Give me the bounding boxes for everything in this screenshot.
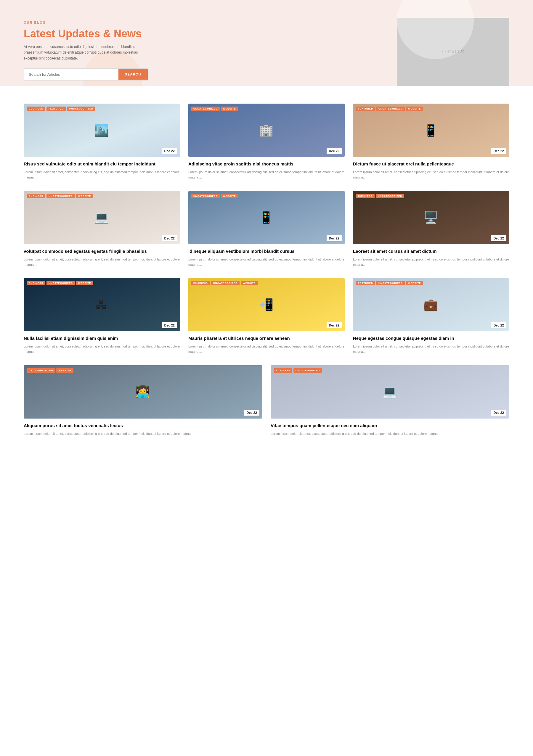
card-date: Dec 22 (162, 148, 177, 154)
article-card[interactable]: 👩‍💻 UNCATEGORIZEDWEBSITE Dec 22 Aliquam … (24, 365, 262, 436)
article-card[interactable]: 🏢 UNCATEGORIZEDWEBSITE Dec 22 Adipiscing… (188, 104, 345, 180)
article-card[interactable]: 🖧 BUSINESSUNCATEGORIZEDWEBSITE Dec 22 Nu… (24, 278, 180, 355)
card-title[interactable]: volutpat commodo sed egestas egestas fri… (24, 248, 180, 254)
article-tag: WEBSITE (76, 194, 93, 198)
card-image-wrap: 🖧 BUSINESSUNCATEGORIZEDWEBSITE Dec 22 (24, 278, 180, 331)
card-excerpt: Lorem ipsum dolor sit amet, consectetur … (24, 431, 262, 436)
article-tag: UNCATEGORIZED (211, 281, 239, 285)
card-title[interactable]: Risus sed vulputate odio ut enim blandit… (24, 161, 180, 167)
article-tag: BUSINESS (356, 194, 375, 198)
card-title[interactable]: Vitae tempus quam pellentesque nec nam a… (271, 423, 509, 429)
card-image-wrap: 🏙️ BUSINESSFEATUREDUNCATEGORIZED Dec 22 (24, 104, 180, 157)
article-tag: FEATURED (356, 107, 375, 111)
card-image: 📱 (353, 104, 509, 157)
card-date: Dec 22 (162, 322, 177, 328)
article-tag: WEBSITE (406, 281, 423, 285)
articles-grid: 🏙️ BUSINESSFEATUREDUNCATEGORIZED Dec 22 … (24, 104, 509, 355)
card-title[interactable]: Adipiscing vitae proin sagittis nisl rho… (188, 161, 345, 167)
card-excerpt: Lorem ipsum dolor sit amet, consectetur … (24, 344, 180, 354)
card-image-wrap: 🖥️ BUSINESSUNCATEGORIZED Dec 22 (353, 191, 509, 244)
card-date: Dec 22 (244, 410, 259, 416)
card-image: 📲 (188, 278, 345, 331)
article-card[interactable]: 💼 FEATUREDUNCATEGORIZEDWEBSITE Dec 22 Ne… (353, 278, 509, 355)
article-tag: WEBSITE (221, 194, 238, 198)
card-excerpt: Lorem ipsum dolor sit amet, consectetur … (271, 431, 509, 436)
card-image-wrap: 💻 BUSINESSUNCATEGORIZEDWEBSITE Dec 22 (24, 191, 180, 244)
article-tag: WEBSITE (76, 281, 93, 285)
card-tags: UNCATEGORIZEDWEBSITE (27, 368, 73, 373)
card-tags: FEATUREDUNCATEGORIZEDWEBSITE (356, 281, 423, 285)
card-image: 🏙️ (24, 104, 180, 157)
card-title[interactable]: Laoreet sit amet cursus sit amet dictum (353, 248, 509, 254)
article-tag: UNCATEGORIZED (27, 368, 55, 373)
search-bar: SEARCH (24, 68, 148, 81)
card-title[interactable]: Aliquam purus sit amet luctus venenatis … (24, 423, 262, 429)
card-image-wrap: 🏢 UNCATEGORIZEDWEBSITE Dec 22 (188, 104, 345, 157)
card-title[interactable]: Neque egestas congue quisque egestas dia… (353, 336, 509, 341)
hero-section: OUR BLOG Latest Updates & News At vero e… (0, 0, 533, 86)
card-image-wrap: 📱 FEATUREDUNCATEGORIZEDWEBSITE Dec 22 (353, 104, 509, 157)
article-tag: UNCATEGORIZED (376, 281, 405, 285)
card-title[interactable]: Id neque aliquam vestibulum morbi blandi… (188, 248, 345, 254)
article-tag: BUSINESS (27, 107, 45, 111)
article-tag: UNCATEGORIZED (294, 368, 322, 373)
article-card[interactable]: 📱 UNCATEGORIZEDWEBSITE Dec 22 Id neque a… (188, 191, 345, 268)
hero-title-highlight: News (114, 28, 142, 40)
card-title[interactable]: Mauris pharetra et ultrices neque ornare… (188, 336, 345, 341)
article-tag: UNCATEGORIZED (376, 194, 404, 198)
card-excerpt: Lorem ipsum dolor sit amet, consectetur … (24, 169, 180, 180)
hero-left: OUR BLOG Latest Updates & News At vero e… (24, 18, 385, 81)
card-tags: BUSINESSUNCATEGORIZEDWEBSITE (191, 281, 258, 285)
card-date: Dec 22 (491, 410, 506, 416)
card-title[interactable]: Dictum fusce ut placerat orci nulla pell… (353, 161, 509, 167)
card-date: Dec 22 (326, 322, 342, 328)
article-card[interactable]: 💻 BUSINESSUNCATEGORIZED Dec 22 Vitae tem… (271, 365, 509, 436)
card-image: 🖥️ (353, 191, 509, 244)
card-date: Dec 22 (162, 235, 177, 241)
hero-description: At vero eos et accusamus iusto odio dign… (24, 44, 148, 61)
article-tag: WEBSITE (56, 368, 73, 373)
card-excerpt: Lorem ipsum dolor sit amet, consectetur … (353, 256, 509, 267)
search-button[interactable]: SEARCH (119, 69, 148, 80)
card-image: 👩‍💻 (24, 365, 262, 418)
article-tag: WEBSITE (406, 107, 423, 111)
article-card[interactable]: 🏙️ BUSINESSFEATUREDUNCATEGORIZED Dec 22 … (24, 104, 180, 180)
articles-grid-bottom: 👩‍💻 UNCATEGORIZEDWEBSITE Dec 22 Aliquam … (24, 365, 509, 436)
card-tags: UNCATEGORIZEDWEBSITE (191, 107, 238, 111)
card-date: Dec 22 (326, 235, 342, 241)
article-tag: BUSINESS (274, 368, 292, 373)
card-tags: BUSINESSUNCATEGORIZEDWEBSITE (27, 194, 93, 198)
article-tag: UNCATEGORIZED (191, 107, 220, 111)
article-tag: UNCATEGORIZED (376, 107, 405, 111)
hero-title: Latest Updates & News (24, 27, 385, 40)
card-image: 💻 (24, 191, 180, 244)
card-date: Dec 22 (491, 235, 506, 241)
card-image-wrap: 💻 BUSINESSUNCATEGORIZED Dec 22 (271, 365, 509, 418)
articles-section: 🏙️ BUSINESSFEATUREDUNCATEGORIZED Dec 22 … (0, 86, 533, 454)
card-date: Dec 22 (491, 148, 506, 154)
article-tag: BUSINESS (191, 281, 210, 285)
card-tags: FEATUREDUNCATEGORIZEDWEBSITE (356, 107, 423, 111)
hero-title-plain: Latest Updates & (24, 28, 111, 40)
card-title[interactable]: Nulla facilisi etiam dignissim diam quis… (24, 336, 180, 341)
search-input[interactable] (24, 69, 119, 80)
card-image: 📱 (188, 191, 345, 244)
hero-image-label: 1792x1124 (441, 49, 464, 54)
card-image-wrap: 👩‍💻 UNCATEGORIZEDWEBSITE Dec 22 (24, 365, 262, 418)
card-tags: BUSINESSUNCATEGORIZED (356, 194, 404, 198)
article-card[interactable]: 🖥️ BUSINESSUNCATEGORIZED Dec 22 Laoreet … (353, 191, 509, 268)
article-tag: BUSINESS (27, 281, 45, 285)
article-card[interactable]: 💻 BUSINESSUNCATEGORIZEDWEBSITE Dec 22 vo… (24, 191, 180, 268)
card-image-wrap: 💼 FEATUREDUNCATEGORIZEDWEBSITE Dec 22 (353, 278, 509, 331)
card-image-wrap: 📱 UNCATEGORIZEDWEBSITE Dec 22 (188, 191, 345, 244)
card-tags: UNCATEGORIZEDWEBSITE (191, 194, 238, 198)
card-excerpt: Lorem ipsum dolor sit amet, consectetur … (353, 169, 509, 180)
card-tags: BUSINESSUNCATEGORIZEDWEBSITE (27, 281, 93, 285)
article-card[interactable]: 📱 FEATUREDUNCATEGORIZEDWEBSITE Dec 22 Di… (353, 104, 509, 180)
hero-image: 1792x1124 (397, 18, 509, 86)
card-excerpt: Lorem ipsum dolor sit amet, consectetur … (188, 169, 345, 180)
article-tag: FEATURED (356, 281, 375, 285)
card-image-wrap: 📲 BUSINESSUNCATEGORIZEDWEBSITE Dec 22 (188, 278, 345, 331)
article-card[interactable]: 📲 BUSINESSUNCATEGORIZEDWEBSITE Dec 22 Ma… (188, 278, 345, 355)
card-image: 🏢 (188, 104, 345, 157)
